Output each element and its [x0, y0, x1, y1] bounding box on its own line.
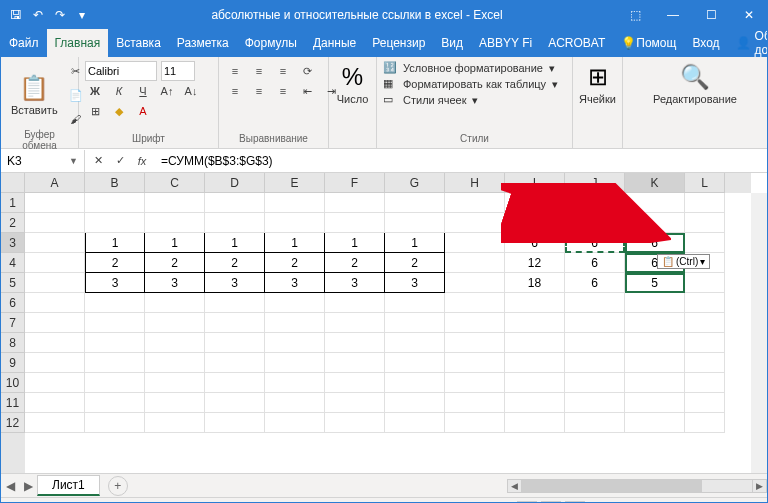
sheet-nav-prev[interactable]: ◀: [1, 479, 19, 493]
cell-G4[interactable]: 2: [385, 253, 445, 273]
cell-H8[interactable]: [445, 333, 505, 353]
cell-F1[interactable]: [325, 193, 385, 213]
cell-E5[interactable]: 3: [265, 273, 325, 293]
cell-D11[interactable]: [205, 393, 265, 413]
align-left-button[interactable]: ≡: [225, 81, 245, 101]
editing-button[interactable]: 🔍 Редактирование: [629, 61, 761, 107]
paste-options-badge[interactable]: 📋 (Ctrl) ▾: [657, 254, 710, 269]
cell-F7[interactable]: [325, 313, 385, 333]
col-header-C[interactable]: C: [145, 173, 205, 193]
align-center-button[interactable]: ≡: [249, 81, 269, 101]
cell-J6[interactable]: [565, 293, 625, 313]
share-button[interactable]: 👤 Общий доступ: [728, 29, 768, 57]
cell-D7[interactable]: [205, 313, 265, 333]
underline-button[interactable]: Ч: [133, 81, 153, 101]
cell-A7[interactable]: [25, 313, 85, 333]
cell-D10[interactable]: [205, 373, 265, 393]
cell-E3[interactable]: 1: [265, 233, 325, 253]
tab-formulas[interactable]: Формулы: [237, 29, 305, 57]
close-button[interactable]: ✕: [731, 1, 767, 29]
fx-button[interactable]: fx: [133, 152, 151, 170]
font-size-select[interactable]: [161, 61, 195, 81]
cell-J12[interactable]: [565, 413, 625, 433]
cell-F10[interactable]: [325, 373, 385, 393]
cell-C4[interactable]: 2: [145, 253, 205, 273]
cell-A3[interactable]: [25, 233, 85, 253]
tab-layout[interactable]: Разметка: [169, 29, 237, 57]
sheet-nav-next[interactable]: ▶: [19, 479, 37, 493]
select-all-corner[interactable]: [1, 173, 25, 193]
name-box[interactable]: K3 ▼: [1, 150, 85, 172]
cell-C12[interactable]: [145, 413, 205, 433]
cell-K11[interactable]: [625, 393, 685, 413]
cell-E10[interactable]: [265, 373, 325, 393]
cell-E9[interactable]: [265, 353, 325, 373]
cell-I2[interactable]: [505, 213, 565, 233]
formula-input[interactable]: [155, 154, 767, 168]
cell-K10[interactable]: [625, 373, 685, 393]
qat-more-icon[interactable]: ▾: [75, 8, 89, 22]
cell-A1[interactable]: [25, 193, 85, 213]
align-bottom-button[interactable]: ≡: [273, 61, 293, 81]
cell-styles-button[interactable]: ▭ Стили ячеек ▾: [383, 93, 566, 107]
vertical-scrollbar[interactable]: [751, 193, 767, 473]
tab-view[interactable]: Вид: [433, 29, 471, 57]
cell-F6[interactable]: [325, 293, 385, 313]
enter-formula-button[interactable]: ✓: [111, 152, 129, 170]
cell-K5[interactable]: 5: [625, 273, 685, 293]
cell-I3[interactable]: 6: [505, 233, 565, 253]
cell-H3[interactable]: [445, 233, 505, 253]
cell-I4[interactable]: 12: [505, 253, 565, 273]
align-top-button[interactable]: ≡: [225, 61, 245, 81]
tab-abbyy[interactable]: ABBYY Fi: [471, 29, 540, 57]
cell-C2[interactable]: [145, 213, 205, 233]
cell-E4[interactable]: 2: [265, 253, 325, 273]
cell-C7[interactable]: [145, 313, 205, 333]
cell-F2[interactable]: [325, 213, 385, 233]
cell-I7[interactable]: [505, 313, 565, 333]
col-header-L[interactable]: L: [685, 173, 725, 193]
cell-B3[interactable]: 1: [85, 233, 145, 253]
cell-K6[interactable]: [625, 293, 685, 313]
cell-I11[interactable]: [505, 393, 565, 413]
cell-L1[interactable]: [685, 193, 725, 213]
cell-L2[interactable]: [685, 213, 725, 233]
row-header-11[interactable]: 11: [1, 393, 25, 413]
hscroll-thumb[interactable]: [522, 480, 702, 492]
cell-E11[interactable]: [265, 393, 325, 413]
cell-B11[interactable]: [85, 393, 145, 413]
cell-E12[interactable]: [265, 413, 325, 433]
cell-B9[interactable]: [85, 353, 145, 373]
orientation-button[interactable]: ⟳: [297, 61, 317, 81]
col-header-F[interactable]: F: [325, 173, 385, 193]
cell-D4[interactable]: 2: [205, 253, 265, 273]
cell-H4[interactable]: [445, 253, 505, 273]
cell-G8[interactable]: [385, 333, 445, 353]
borders-button[interactable]: ⊞: [85, 101, 105, 121]
tab-home[interactable]: Главная: [47, 29, 109, 57]
font-color-button[interactable]: A: [133, 101, 153, 121]
cell-J2[interactable]: [565, 213, 625, 233]
cell-I6[interactable]: [505, 293, 565, 313]
cell-H7[interactable]: [445, 313, 505, 333]
cell-F3[interactable]: 1: [325, 233, 385, 253]
cell-A9[interactable]: [25, 353, 85, 373]
cell-B1[interactable]: [85, 193, 145, 213]
cell-A12[interactable]: [25, 413, 85, 433]
cell-C6[interactable]: [145, 293, 205, 313]
cell-E2[interactable]: [265, 213, 325, 233]
format-as-table-button[interactable]: ▦ Форматировать как таблицу ▾: [383, 77, 566, 91]
row-header-7[interactable]: 7: [1, 313, 25, 333]
col-header-B[interactable]: B: [85, 173, 145, 193]
cell-C11[interactable]: [145, 393, 205, 413]
col-header-G[interactable]: G: [385, 173, 445, 193]
col-header-K[interactable]: K: [625, 173, 685, 193]
align-middle-button[interactable]: ≡: [249, 61, 269, 81]
cell-C3[interactable]: 1: [145, 233, 205, 253]
cell-C5[interactable]: 3: [145, 273, 205, 293]
cancel-formula-button[interactable]: ✕: [89, 152, 107, 170]
cell-J10[interactable]: [565, 373, 625, 393]
cell-D8[interactable]: [205, 333, 265, 353]
row-header-4[interactable]: 4: [1, 253, 25, 273]
font-name-select[interactable]: [85, 61, 157, 81]
